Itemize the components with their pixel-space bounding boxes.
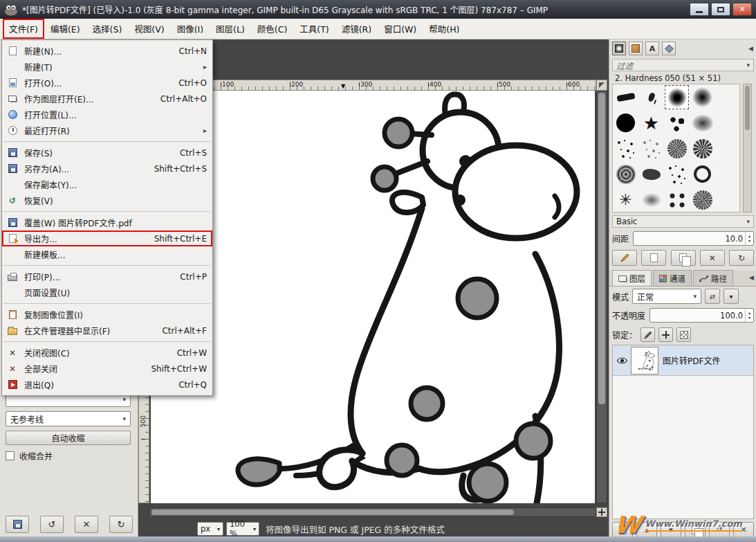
lock-alpha-toggle[interactable] (676, 327, 691, 342)
brush-thumbnail[interactable] (613, 110, 638, 136)
menubar-item-help[interactable]: 帮助(H) (423, 19, 465, 39)
layer-visibility-toggle[interactable] (613, 356, 631, 365)
canvas-image[interactable] (151, 91, 595, 503)
spacing-slider[interactable]: 10.0 ▴ ▾ (633, 231, 754, 246)
close-button[interactable]: ✕ (732, 3, 752, 16)
horizontal-ruler[interactable]: 100 200 300 400 500 600 ▼ (149, 80, 596, 91)
lock-position-toggle[interactable] (658, 327, 673, 342)
menu-item-open[interactable]: 打开(O)... Ctrl+O (2, 75, 212, 91)
brush-thumbnail[interactable]: ★ (638, 110, 664, 136)
menu-item-overwrite[interactable]: 覆盖(W) 图片转PDF文件.pdf (2, 215, 212, 231)
brush-thumbnail[interactable] (613, 161, 638, 187)
brush-thumbnail[interactable] (664, 161, 690, 187)
tab-fonts[interactable]: A (645, 42, 659, 55)
brush-thumbnail[interactable] (690, 187, 715, 213)
reset-tool-options-button[interactable]: ↻ (109, 516, 133, 533)
opacity-slider[interactable]: 100.0 ▴ ▾ (649, 308, 754, 323)
delete-tool-preset-button[interactable]: ✕ (75, 516, 98, 533)
guides-combo[interactable]: 无参考线 ▾ (6, 411, 131, 426)
menubar-item-select[interactable]: 选择(S) (86, 19, 129, 39)
vertical-scrollbar[interactable] (596, 91, 607, 503)
menu-item-save[interactable]: 保存(S) Ctrl+S (2, 145, 212, 161)
brush-thumbnail[interactable] (613, 84, 638, 110)
menubar-item-colors[interactable]: 颜色(C) (251, 19, 293, 39)
duplicate-brush-button[interactable] (671, 250, 696, 266)
menu-item-copy-image-location[interactable]: 复制图像位置(I) (2, 307, 212, 323)
menu-item-open-location[interactable]: 打开位置(L)... (2, 107, 212, 123)
tab-document-history[interactable] (662, 42, 676, 55)
menu-item-close-all[interactable]: ✕ 全部关闭 Shift+Ctrl+W (2, 361, 212, 377)
spinner-arrows[interactable]: ▴ ▾ (745, 309, 753, 322)
menubar-item-edit[interactable]: 编辑(E) (44, 19, 86, 39)
spin-down-icon[interactable]: ▾ (748, 316, 750, 320)
panel-menu-button[interactable]: ◀ (749, 274, 754, 281)
brush-thumbnail[interactable] (638, 187, 664, 213)
menubar-item-tools[interactable]: 工具(T) (293, 19, 335, 39)
scrollbar-thumb[interactable] (745, 86, 750, 130)
menubar-item-windows[interactable]: 窗口(W) (378, 19, 423, 39)
auto-shrink-button[interactable]: 自动收缩 (6, 431, 131, 445)
menu-item-new[interactable]: 新建(N)... Ctrl+N (2, 43, 212, 59)
restore-tool-preset-button[interactable]: ↺ (40, 516, 64, 533)
brush-thumbnail-selected[interactable] (664, 84, 690, 110)
scrollbar-thumb[interactable] (598, 93, 605, 404)
menu-item-export-as[interactable]: 导出为... Shift+Ctrl+E (2, 231, 212, 246)
lock-pixels-toggle[interactable] (640, 327, 655, 342)
mode-options-button[interactable]: ▾ (723, 289, 739, 304)
brush-thumbnail[interactable] (690, 161, 715, 187)
brush-thumbnail[interactable] (664, 110, 690, 136)
tab-patterns[interactable] (629, 42, 643, 55)
menubar-item-file[interactable]: 文件(F) (3, 19, 44, 39)
zoom-combo[interactable]: 100 % ▾ (226, 522, 259, 536)
menu-item-create[interactable]: 新建(T) ▸ (2, 59, 212, 75)
menubar-item-layer[interactable]: 图层(L) (210, 19, 251, 39)
new-brush-button[interactable] (641, 250, 666, 266)
horizontal-scrollbar[interactable] (149, 507, 596, 517)
tab-brushes[interactable] (612, 42, 626, 55)
brush-group-dropdown[interactable]: Basic ▾ (612, 215, 754, 228)
brush-thumbnail[interactable] (613, 136, 638, 161)
brush-thumbnail[interactable] (638, 136, 664, 161)
menu-item-create-template[interactable]: 新建模板... (2, 246, 212, 262)
refresh-brushes-button[interactable]: ↻ (729, 250, 754, 266)
brush-thumbnail[interactable] (664, 136, 690, 161)
brush-thumbnail[interactable] (638, 84, 664, 110)
menu-item-print[interactable]: 打印(P)... Ctrl+P (2, 269, 212, 284)
tab-channels[interactable]: 通道 (653, 270, 692, 286)
image-menu-button[interactable] (596, 80, 607, 91)
spin-down-icon[interactable]: ▾ (748, 239, 750, 244)
navigation-button[interactable] (596, 507, 607, 517)
menubar-item-image[interactable]: 图像(I) (171, 19, 210, 39)
menubar-item-filters[interactable]: 滤镜(R) (335, 19, 378, 39)
mode-switch-button[interactable]: ⇄ (705, 289, 720, 304)
layer-mode-combo[interactable]: 正常 ▾ (632, 289, 701, 304)
layer-row[interactable]: 图片转PDF文件 (613, 345, 753, 376)
brush-filter-entry[interactable]: 过滤 ▾ (612, 59, 754, 71)
brush-thumbnail[interactable]: ✳ (613, 187, 638, 213)
menu-item-show-in-file-manager[interactable]: 在文件管理器中显示(F) Ctrl+Alt+F (2, 323, 212, 338)
minimize-button[interactable] (690, 3, 709, 16)
spinner-arrows[interactable]: ▴ ▾ (745, 232, 753, 245)
menu-item-revert[interactable]: ↺ 恢复(V) (2, 192, 212, 208)
delete-brush-button[interactable]: ✕ (700, 250, 725, 266)
scrollbar-thumb[interactable] (151, 509, 514, 515)
brush-thumbnail[interactable] (664, 187, 690, 213)
shrink-merged-checkbox[interactable] (6, 451, 15, 460)
brush-grid-scrollbar[interactable] (743, 84, 752, 213)
menu-item-page-setup[interactable]: 页面设置(U) (2, 284, 212, 300)
menu-item-save-as[interactable]: 另存为(A)... Shift+Ctrl+S (2, 161, 212, 177)
panel-menu-button[interactable]: ◀ (748, 45, 753, 52)
unit-combo[interactable]: px ▾ (197, 522, 223, 536)
menu-item-close-view[interactable]: ✕ 关闭视图(C) Ctrl+W (2, 345, 212, 361)
brush-thumbnail[interactable] (690, 136, 715, 161)
menu-item-quit[interactable]: 退出(Q) Ctrl+Q (2, 377, 212, 392)
edit-brush-button[interactable] (612, 250, 637, 266)
menu-item-open-as-layers[interactable]: 作为图层打开(E)... Ctrl+Alt+O (2, 91, 212, 107)
tab-paths[interactable]: 路径 (693, 270, 733, 286)
menu-item-open-recent[interactable]: 最近打开(R) ▸ (2, 123, 212, 138)
menu-item-save-copy[interactable]: 保存副本(Y)... (2, 177, 212, 192)
brush-thumbnail[interactable] (690, 84, 715, 110)
brush-thumbnail[interactable] (638, 161, 664, 187)
brush-thumbnail[interactable] (690, 110, 715, 136)
menubar-item-view[interactable]: 视图(V) (128, 19, 170, 39)
